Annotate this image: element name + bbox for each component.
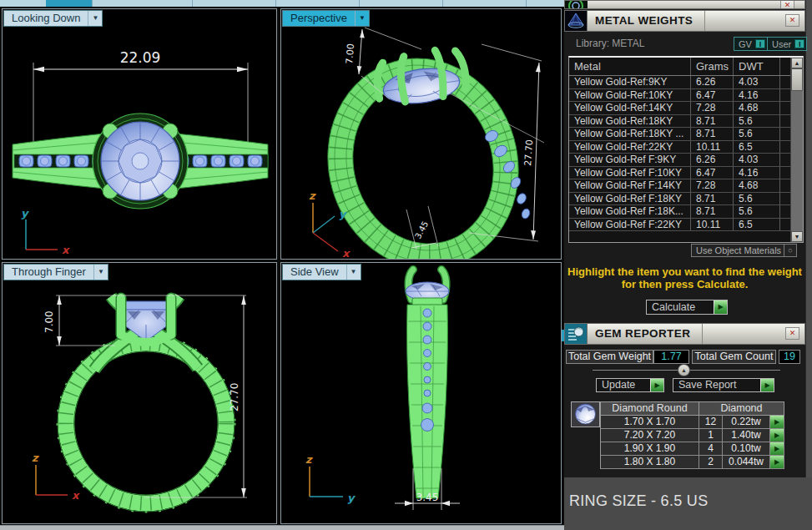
- svg-text:3.45: 3.45: [413, 220, 430, 240]
- save-report-button[interactable]: Save Report ▶: [673, 378, 774, 392]
- gem-report-table[interactable]: Diamond Round Diamond 1.70 X 1.70120.22t…: [600, 401, 784, 469]
- metal-cell: 6.5: [734, 141, 780, 154]
- metal-cell: 7.28: [691, 102, 734, 114]
- svg-text:x: x: [342, 247, 351, 259]
- metal-cell: Yellow Gold-Ref F:14KY: [569, 179, 691, 192]
- metal-cell: 6.26: [691, 154, 734, 166]
- chevron-down-icon[interactable]: ▼: [346, 265, 361, 280]
- metal-cell: 4.03: [734, 154, 780, 166]
- gem-cell: 1.80 X 1.80: [601, 456, 699, 469]
- chevron-down-icon[interactable]: ▼: [93, 265, 108, 280]
- metal-table-row[interactable]: Yellow Gold-Ref:9KY6.264.03: [569, 76, 790, 89]
- gv-toggle-button[interactable]: GV I: [734, 37, 768, 51]
- metal-table-row[interactable]: Yellow Gold-Ref:10KY6.474.16: [569, 89, 790, 103]
- viewport-looking-down[interactable]: Looking Down ▼ 22.09: [2, 8, 277, 260]
- viewport-dropdown-looking-down[interactable]: Looking Down ▼: [3, 10, 103, 27]
- table-scrollbar[interactable]: ▲ ▼: [790, 58, 803, 242]
- gem-table-row[interactable]: 1.90 X 1.9040.10tw▶: [601, 442, 784, 456]
- scrollbar-thumb[interactable]: [791, 68, 803, 91]
- metal-cell: Yellow Gold-Ref:9KY: [569, 76, 691, 88]
- gem-thumbnail: [571, 401, 600, 427]
- ring-top-view-canvas[interactable]: 22.09: [3, 9, 276, 259]
- scroll-down-icon[interactable]: ▼: [791, 231, 803, 242]
- metal-table-row[interactable]: Yellow Gold-Ref F:18K...8.715.6: [569, 205, 790, 219]
- status-area: RING SIZE - 6.5 US: [564, 477, 812, 530]
- svg-text:22.09: 22.09: [120, 49, 161, 66]
- ring-perspective-canvas[interactable]: 7.00 27.70 3.45: [281, 9, 561, 259]
- metal-cell: 8.71: [691, 115, 734, 128]
- collapsed-panel-header[interactable]: ✕: [564, 0, 805, 9]
- tab-strip[interactable]: [0, 0, 564, 7]
- metal-table-row[interactable]: Yellow Gold-Ref F:18KY8.715.6: [569, 193, 790, 206]
- viewport-dropdown-side-view[interactable]: Side View ▼: [282, 264, 361, 280]
- metal-cell: Yellow Gold-Ref:10KY: [569, 89, 691, 102]
- metal-cell: Yellow Gold-Ref:18KY ...: [569, 128, 691, 140]
- metal-cell: 4.16: [734, 89, 780, 102]
- metal-weights-table[interactable]: Metal Grams DWT Yellow Gold-Ref:9KY6.264…: [568, 56, 804, 243]
- gem-row-go-button[interactable]: ▶: [770, 456, 784, 469]
- metal-cell: 4.68: [734, 179, 780, 192]
- metal-table-row[interactable]: Yellow Gold-Ref F:22KY10.116.5: [569, 219, 790, 232]
- use-object-materials-dropdown[interactable]: Use Object Materials ○: [691, 244, 797, 257]
- metal-weights-header[interactable]: METAL WEIGHTS ✕: [564, 10, 805, 32]
- panel-title: METAL WEIGHTS: [588, 11, 693, 31]
- metal-cell: 6.47: [691, 167, 734, 179]
- gem-row-go-button[interactable]: ▶: [770, 442, 784, 456]
- viewport-side-view[interactable]: Side View ▼: [280, 262, 562, 524]
- axis-gizmo: z y: [305, 453, 356, 504]
- metal-table-header: Metal Grams DWT: [569, 58, 790, 76]
- user-toggle-button[interactable]: User I: [767, 37, 807, 51]
- metal-cell: Yellow Gold-Ref:14KY: [569, 102, 691, 114]
- chevron-down-icon[interactable]: ▼: [355, 11, 369, 26]
- active-tab[interactable]: [46, 0, 93, 7]
- metal-cell: Yellow Gold-Ref F:18KY: [569, 193, 691, 205]
- gem-table-row[interactable]: 7.20 X 7.2011.40tw▶: [601, 429, 784, 442]
- chevron-down-icon[interactable]: ▼: [88, 11, 102, 26]
- metal-table-row[interactable]: Yellow Gold-Ref:14KY7.284.68: [569, 102, 790, 115]
- ring-side-view-canvas[interactable]: 3.45 z y: [281, 263, 561, 523]
- metal-cell: Yellow Gold-Ref F:10KY: [569, 167, 691, 179]
- metal-table-row[interactable]: Yellow Gold-Ref F:14KY7.284.68: [569, 179, 790, 193]
- close-icon[interactable]: ✕: [785, 14, 799, 27]
- gem-table-row[interactable]: 1.80 X 1.8020.044tw▶: [601, 456, 784, 469]
- gem-cell: 12: [699, 416, 723, 429]
- metal-table-row[interactable]: Yellow Gold-Ref F:9KY6.264.03: [569, 154, 790, 167]
- metal-table-row[interactable]: Yellow Gold-Ref:18KY ...8.715.6: [569, 128, 790, 141]
- metal-table-row[interactable]: Yellow Gold-Ref F:10KY6.474.16: [569, 167, 790, 180]
- metal-table-row[interactable]: Yellow Gold-Ref:18KY8.715.6: [569, 115, 790, 129]
- right-panel: ✕ METAL WEIGHTS ✕ Library: METAL GV: [564, 0, 812, 530]
- collapse-toggle-button[interactable]: ▲: [678, 364, 690, 376]
- viewport-dropdown-through-finger[interactable]: Through Finger ▼: [3, 264, 108, 280]
- viewport-perspective[interactable]: Perspective ▼: [280, 8, 562, 260]
- gem-cell: 4: [699, 442, 723, 456]
- metal-cell: 10.11: [691, 219, 734, 231]
- metal-cell: 4.68: [734, 102, 780, 114]
- gem-table-row[interactable]: 1.70 X 1.70120.22tw▶: [601, 416, 784, 429]
- close-icon[interactable]: ✕: [780, 0, 794, 9]
- gem-row-go-button[interactable]: ▶: [770, 429, 784, 442]
- go-arrow-icon: ▶: [760, 379, 774, 391]
- calculate-button[interactable]: Calculate ▶: [646, 300, 728, 315]
- gem-reporter-icon: [565, 324, 588, 344]
- col-dwt: DWT: [734, 58, 780, 75]
- svg-text:x: x: [62, 244, 70, 256]
- radio-circle-icon[interactable]: ○: [784, 245, 796, 256]
- gem-cell: 1.70 X 1.70: [601, 416, 699, 429]
- metal-table-row[interactable]: Yellow Gold-Ref:22KY10.116.5: [569, 141, 790, 154]
- update-button[interactable]: Update ▶: [596, 378, 664, 392]
- gem-reporter-header[interactable]: GEM REPORTER ✕: [564, 323, 805, 345]
- go-arrow-icon: ▶: [714, 300, 727, 314]
- total-gem-count-value: 19: [779, 350, 800, 364]
- viewport-through-finger[interactable]: Through Finger ▼: [2, 262, 277, 524]
- metal-cell: Yellow Gold-Ref F:22KY: [569, 219, 691, 231]
- gem-row-go-button[interactable]: ▶: [770, 416, 784, 429]
- ring-band-front: [58, 335, 235, 512]
- ring-front-view-canvas[interactable]: 7.00 27.70 z x: [3, 263, 276, 523]
- metal-cell: 4.16: [734, 167, 780, 179]
- gem-cell: 0.10tw: [723, 442, 770, 456]
- close-icon[interactable]: ✕: [785, 327, 799, 340]
- scroll-up-icon[interactable]: ▲: [791, 58, 803, 68]
- viewport-dropdown-perspective[interactable]: Perspective ▼: [282, 10, 370, 27]
- gem-cell: 2: [699, 456, 723, 469]
- instruction-text: Highlight the item you want to find the …: [567, 265, 802, 290]
